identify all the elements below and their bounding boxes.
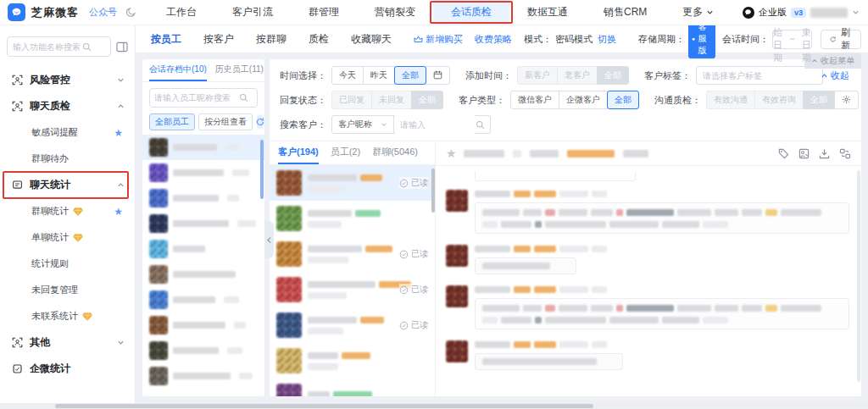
customer-row[interactable] bbox=[270, 379, 435, 396]
tab-history-staff[interactable]: 历史员工(11) bbox=[215, 59, 264, 81]
account-area[interactable]: 企业版 v3 bbox=[743, 6, 860, 19]
employee-row[interactable] bbox=[142, 312, 264, 338]
customer-tag-input[interactable] bbox=[696, 66, 823, 85]
view-tab-1[interactable]: 按客户 bbox=[203, 32, 234, 47]
tag-icon[interactable] bbox=[778, 148, 789, 159]
gear-icon[interactable] bbox=[834, 91, 859, 109]
sidebar-group-1[interactable]: 聊天质检 bbox=[0, 93, 135, 119]
sidebar-item-1-0[interactable]: 敏感词提醒★ bbox=[0, 119, 135, 146]
function-search-input[interactable] bbox=[7, 36, 111, 57]
customer-row[interactable]: 已读 bbox=[270, 272, 435, 307]
view-tab-2[interactable]: 按群聊 bbox=[256, 32, 287, 47]
customer-row[interactable]: 已读 bbox=[270, 165, 435, 201]
horizontal-scrollbar-thumb[interactable] bbox=[55, 404, 593, 408]
mode-switch-link[interactable]: 切换 bbox=[598, 33, 616, 46]
qc-filter-option-1[interactable]: 有效咨询 bbox=[754, 91, 804, 109]
customer-tab-2[interactable]: 群聊(5046) bbox=[372, 141, 418, 164]
nav-item-7[interactable]: 更多 bbox=[665, 0, 732, 25]
nav-item-3[interactable]: 营销裂变 bbox=[357, 0, 433, 25]
date-range-input[interactable]: 开始日期 ~ 结束日期 bbox=[772, 30, 812, 49]
customer-tab-0[interactable]: 客户(194) bbox=[278, 141, 319, 164]
sidebar-item-2-0[interactable]: 群聊统计★ bbox=[0, 198, 135, 224]
all-staff-button[interactable]: 全部员工 bbox=[149, 113, 195, 130]
collapse-handle[interactable] bbox=[264, 221, 274, 258]
customer-row[interactable] bbox=[270, 201, 435, 236]
reply-filter-group: 已回复未回复全部 bbox=[331, 91, 443, 109]
collapse-menu-badge[interactable]: 收起菜单 bbox=[804, 53, 861, 69]
calendar-icon[interactable] bbox=[426, 66, 450, 85]
employee-row[interactable] bbox=[142, 211, 264, 236]
panel-layout-icon[interactable] bbox=[116, 41, 128, 53]
customer-row[interactable]: 已读 bbox=[270, 307, 435, 343]
ctype-filter-option-2[interactable]: 全部 bbox=[607, 91, 639, 109]
ctype-filter-option-0[interactable]: 微信客户 bbox=[510, 91, 559, 109]
time-filter-option-0[interactable]: 今天 bbox=[331, 66, 364, 85]
employee-row[interactable] bbox=[142, 338, 264, 363]
nav-item-1[interactable]: 客户引流 bbox=[214, 0, 291, 25]
nav-item-4[interactable]: 会话质检 bbox=[433, 0, 509, 25]
sidebar-group-2[interactable]: 聊天统计 bbox=[0, 172, 135, 198]
reply-filter-option-1[interactable]: 未回复 bbox=[371, 91, 412, 109]
sidebar-item-2-2[interactable]: 统计规则 bbox=[0, 251, 135, 277]
customer-row[interactable] bbox=[270, 343, 435, 379]
customer-search-field[interactable] bbox=[394, 115, 476, 134]
employee-row[interactable] bbox=[142, 185, 264, 211]
employee-row[interactable] bbox=[142, 160, 264, 185]
sidebar-group-0[interactable]: 风险管控 bbox=[0, 67, 135, 93]
sidebar-item-2-1[interactable]: 单聊统计 bbox=[0, 224, 135, 251]
staff-search-field[interactable] bbox=[154, 93, 239, 102]
reply-filter-option-2[interactable]: 全部 bbox=[411, 91, 443, 109]
nav-item-6[interactable]: 销售CRM bbox=[586, 0, 665, 25]
customer-search-input[interactable] bbox=[394, 115, 491, 134]
nav-item-2[interactable]: 群管理 bbox=[291, 0, 357, 25]
customer-row[interactable]: 已读 bbox=[270, 236, 435, 272]
qc-filter-option-0[interactable]: 有效沟通 bbox=[706, 91, 755, 109]
collapse-filters-link[interactable]: 收起 bbox=[821, 69, 849, 82]
employee-list-scrollbar[interactable] bbox=[260, 140, 264, 199]
time-filter-option-1[interactable]: 昨天 bbox=[363, 66, 395, 85]
sidebar-item-2-3[interactable]: 未回复管理 bbox=[0, 277, 135, 303]
addtime-filter-option-0[interactable]: 新客户 bbox=[517, 66, 558, 85]
star-icon[interactable]: ★ bbox=[114, 206, 123, 218]
export-icon[interactable] bbox=[839, 148, 851, 159]
view-tab-3[interactable]: 质检 bbox=[309, 32, 329, 47]
search-field-select[interactable]: 客户昵称 bbox=[331, 115, 394, 134]
group-view-button[interactable]: 按分组查看 bbox=[198, 113, 253, 130]
function-search-field[interactable] bbox=[13, 42, 82, 52]
nav-item-0[interactable]: 工作台 bbox=[148, 0, 214, 25]
view-tab-0[interactable]: 按员工 bbox=[151, 32, 181, 47]
tab-archiving[interactable]: 会话存档中(10) bbox=[149, 59, 207, 81]
gallery-icon[interactable] bbox=[798, 148, 810, 159]
sidebar-item-2-4[interactable]: 未联系统计 bbox=[0, 303, 135, 329]
sidebar-group-3[interactable]: 其他 bbox=[0, 329, 135, 356]
view-tab-4[interactable]: 收藏聊天 bbox=[351, 32, 392, 47]
refresh-button[interactable]: 刷新 bbox=[821, 30, 861, 49]
addtime-filter-option-1[interactable]: 老客户 bbox=[557, 66, 598, 85]
favorite-star-icon[interactable]: ★ bbox=[446, 146, 457, 160]
employee-row[interactable] bbox=[142, 287, 264, 312]
nav-item-5[interactable]: 数据互通 bbox=[509, 0, 586, 25]
addtime-filter-option-2[interactable]: 全部 bbox=[597, 66, 629, 85]
sidebar-item-1-1[interactable]: 群聊待办 bbox=[0, 146, 135, 172]
time-filter-option-2[interactable]: 全部 bbox=[394, 66, 426, 85]
ctype-filter-option-1[interactable]: 企微客户 bbox=[559, 91, 608, 109]
employee-row[interactable] bbox=[142, 135, 264, 160]
moon-icon[interactable] bbox=[125, 7, 136, 18]
employee-row[interactable] bbox=[142, 236, 264, 262]
reply-filter-option-0[interactable]: 已回复 bbox=[331, 91, 372, 109]
star-icon[interactable]: ★ bbox=[114, 127, 123, 139]
employee-row[interactable] bbox=[142, 262, 264, 287]
employee-row[interactable] bbox=[142, 363, 264, 389]
customer-list-scrollbar[interactable] bbox=[431, 169, 435, 213]
sidebar-group-4[interactable]: 企微统计 bbox=[0, 356, 135, 382]
customer-tab-1[interactable]: 员工(2) bbox=[331, 141, 360, 164]
staff-search-input[interactable] bbox=[149, 88, 258, 108]
horizontal-scrollbar[interactable] bbox=[0, 403, 868, 409]
download-icon[interactable] bbox=[819, 148, 830, 159]
sync-icon[interactable] bbox=[256, 114, 264, 130]
chat-scrollbar[interactable] bbox=[857, 170, 860, 382]
fee-policy-link[interactable]: 收费策略 bbox=[475, 33, 512, 46]
qc-filter-option-2[interactable]: 全部 bbox=[803, 91, 835, 109]
official-account-link[interactable]: 公众号 bbox=[89, 6, 117, 19]
buy-link[interactable]: 新增购买 bbox=[414, 33, 463, 46]
